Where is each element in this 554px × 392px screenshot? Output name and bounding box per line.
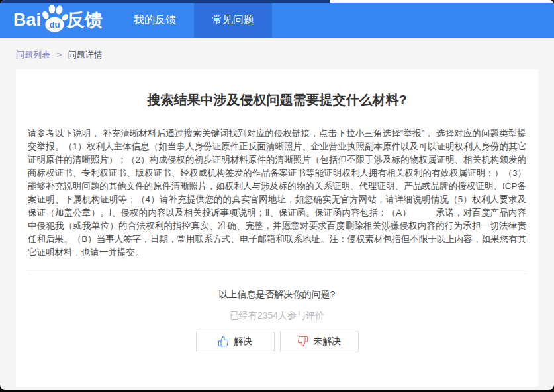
breadcrumb: 问题列表 > 问题详情 [16, 50, 538, 60]
nav-tab-faq[interactable]: 常见问题 [194, 3, 272, 38]
section-divider [28, 274, 526, 274]
baidu-feedback-logo[interactable]: Bai du 反馈 [13, 3, 103, 38]
page-body: 问题列表 > 问题详情 搜索结果中涉及侵权问题需要提交什么材料? 请参考以下说明… [0, 38, 554, 390]
thumbs-up-icon [218, 336, 229, 347]
baidu-paw-icon: du [40, 4, 69, 33]
unsolved-button[interactable]: 未解决 [280, 331, 359, 352]
logo-text-product: 反馈 [67, 11, 103, 29]
vote-question: 以上信息是否解决你的问题? [28, 289, 526, 301]
app-header: Bai du 反馈 我的反馈 常见问题 [0, 3, 554, 38]
nav-tab-my-feedback[interactable]: 我的反馈 [116, 3, 194, 38]
vote-participation-count: 已经有2354人参与评价 [28, 310, 526, 322]
vote-buttons-row: 解决 未解决 [28, 331, 526, 387]
question-detail-card: 搜索结果中涉及侵权问题需要提交什么材料? 请参考以下说明， 补充清晰材料后通过搜… [16, 69, 538, 387]
breadcrumb-current: 问题详情 [68, 50, 103, 59]
thumbs-down-icon [297, 336, 308, 347]
breadcrumb-question-list-link[interactable]: 问题列表 [16, 50, 50, 59]
app-window: Bai du 反馈 我的反馈 常见问题 [0, 0, 554, 390]
solved-button-label: 解决 [234, 336, 253, 348]
vote-section: 以上信息是否解决你的问题? 已经有2354人参与评价 解决 [28, 274, 526, 387]
logo-text-du: du [49, 19, 60, 29]
breadcrumb-separator: > [57, 50, 62, 59]
question-body-text: 请参考以下说明， 补充清晰材料后通过搜索关键词找到对应的侵权链接，点击下拉小三角… [28, 127, 526, 259]
question-title: 搜索结果中涉及侵权问题需要提交什么材料? [28, 91, 526, 109]
logo-text-bai: Bai [13, 11, 41, 29]
solved-button[interactable]: 解决 [196, 331, 275, 352]
unsolved-button-label: 未解决 [314, 336, 342, 348]
main-nav: 我的反馈 常见问题 [116, 3, 272, 38]
